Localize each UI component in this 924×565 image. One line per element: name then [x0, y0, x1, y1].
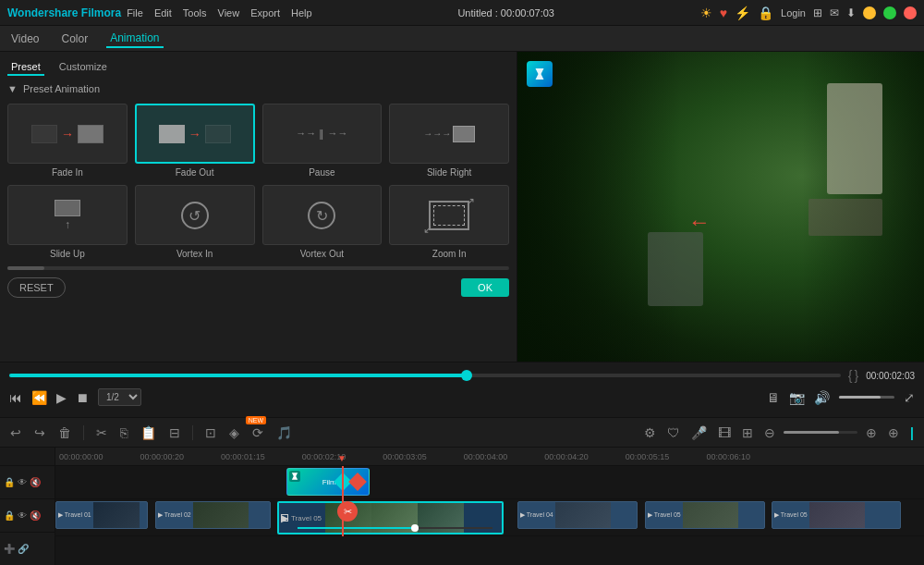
volume-icon[interactable]: 🔊	[814, 390, 830, 405]
animation-fade-in[interactable]: → Fade In	[7, 104, 128, 178]
lock-icon-track2[interactable]: 🔒	[4, 510, 15, 521]
progress-handle[interactable]	[461, 370, 472, 381]
login-button[interactable]: Login	[781, 7, 806, 18]
lock-icon-track1[interactable]: 🔒	[4, 477, 15, 487]
download-icon[interactable]: ⬇	[846, 6, 856, 19]
zoom-in-preview: ↗ ↙	[429, 201, 469, 230]
ruler-mark-2: 00:00:01:15	[221, 452, 302, 461]
travel-04-clip[interactable]: ▶ Travel 04	[517, 501, 638, 529]
mute-icon-track1[interactable]: 🔇	[30, 477, 41, 487]
slide-up-thumb[interactable]: ↑	[7, 185, 128, 245]
shield-icon[interactable]: 🛡	[664, 424, 683, 442]
minus-circle-icon[interactable]: ⊖	[761, 424, 778, 442]
tab-preset[interactable]: Preset	[7, 59, 44, 76]
message-icon[interactable]: ✉	[830, 6, 839, 19]
stop-button[interactable]: ⏹	[76, 390, 89, 405]
vortex-out-thumb[interactable]: ↻	[262, 185, 383, 245]
skip-back-button[interactable]: ⏮	[9, 390, 22, 405]
fade-out-thumb[interactable]: →	[135, 104, 255, 164]
add-track-button[interactable]: ⊕	[885, 424, 902, 442]
monitor-icon[interactable]: 🖥	[767, 390, 780, 405]
color-button[interactable]: ◈	[226, 424, 242, 442]
travel-02-clip[interactable]: ▶ Travel 02	[155, 501, 271, 529]
tab-animation[interactable]: Animation	[106, 30, 163, 48]
play-button[interactable]: ▶	[56, 390, 67, 405]
paste-button[interactable]: 📋	[138, 424, 159, 442]
tab-video[interactable]: Video	[7, 31, 43, 47]
plus-circle-icon[interactable]: ⊕	[863, 424, 880, 442]
settings-icon[interactable]: ⚙	[641, 424, 659, 442]
grid-icon[interactable]: ⊞	[813, 6, 822, 19]
volume-slider[interactable]	[839, 396, 894, 399]
mute-icon-track2[interactable]: 🔇	[30, 510, 41, 521]
travel-01-clip[interactable]: ▶ Travel 01	[55, 501, 148, 529]
expand-icon[interactable]: ⤢	[904, 390, 915, 405]
travel-05c-clip[interactable]: ▶ Travel 05	[772, 501, 901, 529]
menu-file[interactable]: File	[127, 7, 143, 18]
delete-button[interactable]: 🗑	[55, 424, 74, 442]
close-button[interactable]	[904, 6, 917, 19]
camera-icon[interactable]: 📷	[789, 390, 805, 405]
slide-right-thumb[interactable]: →→→	[389, 104, 509, 164]
speed-button[interactable]: ⟳ NEW	[249, 424, 266, 442]
mic-icon[interactable]: 🎤	[688, 424, 710, 442]
travel-05b-clip[interactable]: ▶ Travel 05	[645, 501, 765, 529]
scale-select[interactable]: 1/2 1/4 Full	[98, 388, 141, 406]
maximize-button[interactable]	[883, 6, 896, 19]
split-button[interactable]: ⊟	[166, 424, 183, 442]
menu-export[interactable]: Export	[250, 7, 280, 18]
filmora-clip[interactable]: Filmora	[286, 468, 370, 496]
zoom-slider[interactable]	[784, 431, 857, 434]
menu-view[interactable]: View	[218, 7, 240, 18]
vortex-in-icon: ↺	[176, 197, 213, 234]
titlebar-menus: File Edit Tools View Export Help	[127, 7, 311, 18]
filmora-tl-icon[interactable]: |	[907, 424, 917, 442]
tab-color[interactable]: Color	[57, 31, 91, 47]
fade-in-thumb[interactable]: →	[7, 104, 128, 164]
ok-button[interactable]: OK	[461, 278, 509, 297]
step-back-button[interactable]: ⏪	[31, 390, 47, 405]
tab-customize[interactable]: Customize	[55, 59, 111, 76]
copy-button[interactable]: ⎘	[117, 424, 130, 442]
cut-button[interactable]: ✂	[93, 424, 110, 442]
pause-thumb[interactable]: →→ ‖ →→	[262, 104, 383, 164]
animation-fade-out[interactable]: → Fade Out	[135, 104, 255, 178]
eye-icon-track1[interactable]: 👁	[18, 477, 27, 487]
lightning-icon[interactable]: ⚡	[735, 6, 750, 20]
animation-pause[interactable]: →→ ‖ →→ Pause	[262, 104, 383, 178]
animation-vortex-in[interactable]: ↺ Vortex In	[135, 185, 255, 259]
film-icon[interactable]: 🎞	[715, 424, 734, 442]
scroll-thumb[interactable]	[7, 266, 44, 270]
bracket-left[interactable]: {	[848, 368, 853, 383]
travel-05-clip[interactable]: ▶ Travel 05	[277, 501, 504, 534]
overlay-track: Filmora	[55, 466, 924, 499]
crop-button[interactable]: ⊡	[202, 424, 219, 442]
zoom-in-thumb[interactable]: ↗ ↙	[389, 185, 509, 245]
sun-icon[interactable]: ☀	[700, 6, 712, 20]
bracket-right[interactable]: }	[854, 368, 858, 383]
heart-icon[interactable]: ♥	[720, 6, 727, 20]
add-track-icon[interactable]: ➕	[4, 544, 15, 554]
animation-vortex-out[interactable]: ↻ Vortex Out	[262, 185, 383, 259]
lock-icon[interactable]: 🔒	[758, 6, 773, 20]
redo-button[interactable]: ↪	[31, 424, 48, 442]
scroll-track[interactable]	[7, 266, 509, 270]
minimize-button[interactable]	[863, 6, 876, 19]
menu-help[interactable]: Help	[291, 7, 312, 18]
grid-icon[interactable]: ⊞	[739, 424, 756, 442]
animation-slide-up[interactable]: ↑ Slide Up	[7, 185, 128, 259]
collapse-icon[interactable]: ▼	[7, 83, 18, 94]
menu-edit[interactable]: Edit	[154, 7, 172, 18]
menu-tools[interactable]: Tools	[183, 7, 207, 18]
undo-button[interactable]: ↩	[7, 424, 24, 442]
link-icon[interactable]: 🔗	[18, 544, 29, 554]
animation-slide-right[interactable]: →→→ Slide Right	[389, 104, 509, 178]
vortex-in-thumb[interactable]: ↺	[135, 185, 255, 245]
audio-button[interactable]: 🎵	[274, 424, 295, 442]
animation-zoom-in[interactable]: ↗ ↙ Zoom In	[389, 185, 509, 259]
eye-icon-track2[interactable]: 👁	[18, 510, 27, 521]
cut-marker: ✂	[337, 501, 358, 522]
playhead[interactable]	[342, 466, 344, 536]
reset-button[interactable]: RESET	[7, 277, 66, 298]
progress-track[interactable]	[9, 374, 841, 377]
